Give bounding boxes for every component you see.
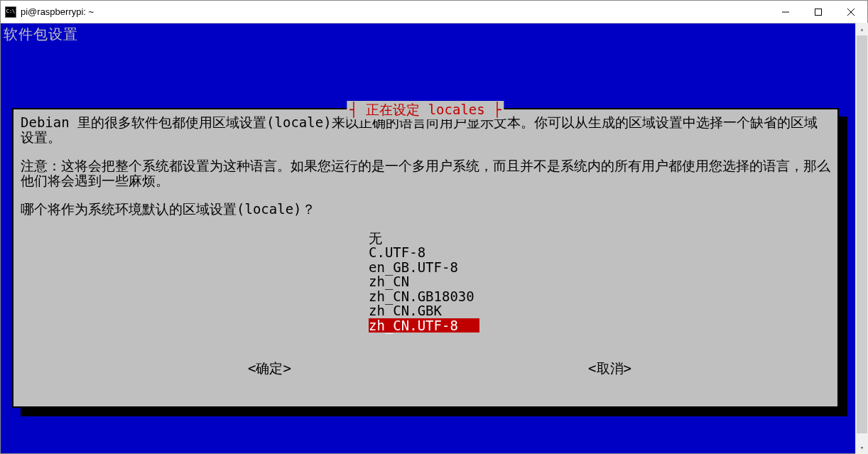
terminal-icon	[5, 6, 16, 18]
vertical-scrollbar[interactable]: ▴ ▾	[855, 23, 868, 454]
window-titlebar[interactable]: pi@raspberrypi: ~	[1, 1, 867, 23]
dialog-title: ┤ 正在设定 locales ├	[347, 101, 504, 119]
locale-option[interactable]: C.UTF-8	[369, 245, 830, 260]
locale-option[interactable]: zh_CN.GB18030	[369, 289, 830, 304]
locale-option[interactable]: 无	[369, 231, 830, 246]
window-controls	[769, 1, 867, 23]
svg-rect-1	[815, 9, 822, 15]
window-title: pi@raspberrypi: ~	[21, 6, 769, 17]
locale-options-list[interactable]: 无 C.UTF-8 en_GB.UTF-8 zh_CN zh_CN.GB1803…	[369, 231, 830, 333]
dialog-paragraph-1: Debian 里的很多软件包都使用区域设置(locale)来以正确的语言向用户显…	[21, 115, 830, 144]
locale-dialog: ┤ 正在设定 locales ├ Debian 里的很多软件包都使用区域设置(l…	[12, 108, 839, 408]
dialog-prompt: 哪个将作为系统环境默认的区域设置(locale)？	[21, 202, 830, 217]
dialog-content: Debian 里的很多软件包都使用区域设置(locale)来以正确的语言向用户显…	[13, 109, 837, 382]
close-button[interactable]	[835, 1, 867, 23]
locale-option[interactable]: zh_CN	[369, 274, 830, 289]
minimize-button[interactable]	[769, 1, 802, 23]
scroll-up-arrow-icon[interactable]: ▴	[856, 23, 868, 36]
locale-option-selected[interactable]: zh_CN.UTF-8	[369, 318, 479, 333]
terminal-window: pi@raspberrypi: ~ 软件包设置 ┤ 正在设定 locales ├…	[0, 0, 868, 454]
app-header: 软件包设置	[1, 23, 867, 45]
dialog-button-row: <确定> <取消>	[21, 361, 830, 376]
dialog-paragraph-2: 注意：这将会把整个系统都设置为这种语言。如果您运行的是一个多用户系统，而且并不是…	[21, 158, 830, 188]
terminal-viewport: 软件包设置 ┤ 正在设定 locales ├ Debian 里的很多软件包都使用…	[1, 23, 867, 453]
cancel-button[interactable]: <取消>	[588, 361, 631, 376]
scroll-down-arrow-icon[interactable]: ▾	[856, 441, 868, 454]
maximize-button[interactable]	[802, 1, 835, 23]
scrollbar-thumb[interactable]	[857, 36, 867, 433]
ok-button[interactable]: <确定>	[248, 361, 291, 376]
locale-option[interactable]: zh_CN.GBK	[369, 303, 830, 318]
locale-option[interactable]: en_GB.UTF-8	[369, 260, 830, 275]
